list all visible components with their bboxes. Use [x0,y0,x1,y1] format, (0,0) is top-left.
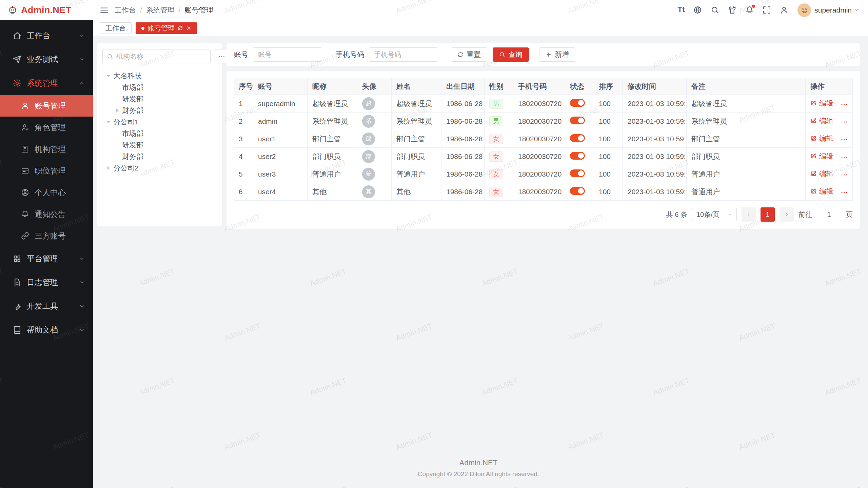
column-header: 序号 [234,78,253,95]
tree-node[interactable]: 市场部 [102,82,216,93]
tree-node[interactable]: 研发部 [102,139,216,151]
page-number-1[interactable]: 1 [761,207,775,222]
sidebar-subitem-2-5[interactable]: 通知公告 [0,203,93,225]
tree-node[interactable]: 分公司1 [102,116,216,128]
page-unit-label: 页 [846,210,853,219]
column-header: 性别 [485,78,513,95]
cell-avatar: 普 [357,165,392,183]
tab-refresh-icon[interactable] [178,25,183,31]
sidebar-item-1[interactable]: 业务测试 [0,47,93,71]
sidebar-subitem-2-0[interactable]: 账号管理 [0,95,93,117]
reset-button[interactable]: 重置 [451,47,487,62]
caret-right-icon[interactable] [113,106,121,115]
cell-order: 100 [594,183,623,201]
tree-node[interactable]: 财务部 [102,105,216,116]
cards-row: 大名科技市场部研发部财务部分公司1市场部研发部财务部分公司2 账号 手机号码 重… [97,43,860,229]
grid-icon [13,255,21,263]
sidebar-item-5[interactable]: 开发工具 [0,294,93,318]
global-search-icon[interactable] [711,6,719,14]
cell-status [565,165,594,183]
status-toggle[interactable] [570,99,585,107]
cell-remark: 部门职员 [687,148,806,165]
notification-icon[interactable] [745,6,754,14]
next-page-button[interactable] [780,207,794,222]
more-actions-icon[interactable] [840,136,848,144]
tab-account-management[interactable]: 账号管理 [136,22,197,34]
more-actions-icon[interactable] [840,171,848,179]
more-actions-icon[interactable] [840,100,848,108]
cell-avatar: 部 [357,148,392,165]
edit-button[interactable]: 编辑 [810,151,833,161]
more-actions-icon[interactable] [840,118,848,126]
caret-down-icon[interactable] [104,72,113,80]
tab-workbench[interactable]: 工作台 [100,22,132,34]
tree-node-label: 研发部 [122,94,143,104]
sidebar-item-4[interactable]: 日志管理 [0,270,93,294]
sidebar-subitem-2-3[interactable]: 职位管理 [0,160,93,182]
edit-button[interactable]: 编辑 [810,116,833,126]
add-button[interactable]: 新增 [539,47,575,62]
font-size-icon[interactable]: Tt [678,6,685,14]
more-actions-icon[interactable] [840,188,848,197]
tree-node[interactable]: 分公司2 [102,162,216,174]
goto-page-input[interactable] [817,208,841,221]
tab-label: 账号管理 [147,24,175,33]
query-button[interactable]: 查询 [493,47,529,62]
sidebar-item-2[interactable]: 系统管理 [0,71,93,95]
user-avatar[interactable]: ☺ [797,3,811,17]
org-icon [21,145,29,153]
sidebar-subitem-label: 通知公告 [35,209,66,220]
logo[interactable]: Admin.NET [0,0,93,20]
cell-nickname: 普通用户 [308,165,357,183]
status-toggle[interactable] [570,187,585,195]
tree-node[interactable]: 市场部 [102,128,216,139]
breadcrumb-item-system[interactable]: 系统管理 [146,5,175,15]
sidebar-subitem-2-2[interactable]: 机构管理 [0,138,93,160]
org-search-input[interactable] [116,53,206,60]
caret-placeholder [113,141,121,149]
menu-toggle-icon[interactable] [100,6,108,15]
tree-node-label: 财务部 [122,152,143,161]
sidebar-subitem-2-6[interactable]: 三方账号 [0,225,93,247]
sidebar-item-3[interactable]: 平台管理 [0,247,93,270]
edit-button[interactable]: 编辑 [810,169,833,179]
profile-icon[interactable] [780,6,788,14]
status-toggle[interactable] [570,152,585,160]
sidebar-subitem-2-1[interactable]: 角色管理 [0,117,93,138]
language-icon[interactable] [693,6,702,14]
sidebar-subitem-2-4[interactable]: 个人中心 [0,182,93,203]
sidebar-item-0[interactable]: 工作台 [0,24,93,47]
fullscreen-icon[interactable] [763,6,771,14]
edit-button[interactable]: 编辑 [810,134,833,143]
edit-button[interactable]: 编辑 [810,99,833,108]
org-search-box[interactable] [102,49,211,63]
column-header: 排序 [594,78,623,95]
sidebar-subitem-label: 职位管理 [35,166,66,176]
edit-icon [810,135,817,142]
cell-name: 部门职员 [392,148,441,165]
chevron-down-icon[interactable] [854,7,859,13]
tree-node-label: 分公司1 [113,117,139,127]
page-size-select[interactable]: 10条/页 [692,208,737,221]
username[interactable]: superadmin [814,6,852,14]
footer-copyright: Copyright © 2022 Dilon All rights reserv… [97,470,860,478]
breadcrumb-item-workbench[interactable]: 工作台 [115,5,136,15]
account-input[interactable] [253,47,322,62]
sidebar-item-6[interactable]: 帮助文档 [0,318,93,342]
prev-page-button[interactable] [742,207,756,222]
caret-right-icon[interactable] [104,164,113,172]
caret-placeholder [113,129,121,138]
tree-node[interactable]: 财务部 [102,151,216,162]
tab-close-icon[interactable] [186,25,192,31]
caret-down-icon[interactable] [104,118,113,126]
status-toggle[interactable] [570,117,585,124]
status-toggle[interactable] [570,134,585,142]
more-actions-icon[interactable] [840,153,848,161]
theme-icon[interactable] [728,6,736,14]
sidebar-item-label: 业务测试 [27,54,58,65]
tree-node[interactable]: 研发部 [102,93,216,105]
phone-input[interactable] [369,47,438,62]
tree-node[interactable]: 大名科技 [102,70,216,82]
status-toggle[interactable] [570,169,585,177]
edit-button[interactable]: 编辑 [810,187,833,196]
